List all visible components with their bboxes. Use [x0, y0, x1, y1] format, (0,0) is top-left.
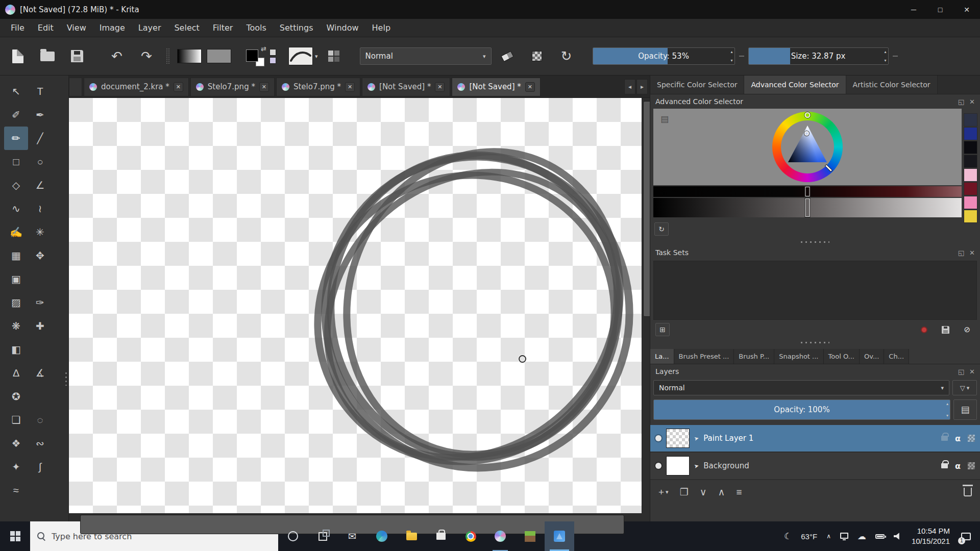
new-task-set-button[interactable]: ⊞ [655, 323, 670, 336]
scroll-tabs-right-button[interactable]: ▸ [636, 79, 648, 94]
float-docker-icon[interactable]: ◱ [958, 249, 964, 257]
clock[interactable]: 10:54 PM 10/15/2021 [906, 526, 955, 547]
volume-tray-icon[interactable] [889, 533, 906, 540]
assistants-tool[interactable]: ∆ [4, 361, 28, 385]
undo-button[interactable]: ↶ [103, 42, 131, 70]
preserve-alpha-button[interactable] [523, 42, 551, 70]
horizontal-scrollbar[interactable] [69, 513, 642, 521]
taskbar-app-edge[interactable] [367, 521, 397, 551]
color-component-slider-1[interactable] [653, 186, 962, 197]
polyline-tool[interactable]: ∠ [28, 173, 52, 197]
layer-alpha-lock-icon[interactable]: α [955, 461, 961, 471]
document-tab[interactable]: Stelo7.png * ✕ [190, 78, 275, 96]
color-component-slider-2[interactable] [653, 198, 962, 217]
gradient-tool[interactable]: ▨ [4, 291, 28, 314]
foreground-background-colors[interactable]: ⇄ [245, 45, 267, 67]
smart-patch-tool[interactable]: ✚ [28, 314, 52, 338]
color-history-swatch[interactable] [964, 141, 977, 154]
layer-blend-mode-select[interactable]: Normal ▾ [653, 380, 949, 395]
freehand-path-tool[interactable]: ≀ [28, 197, 52, 220]
reference-images-tool[interactable]: ✪ [4, 385, 28, 408]
document-tab[interactable]: [Not Saved] * ✕ [362, 78, 450, 96]
layer-lock-icon[interactable] [941, 463, 948, 468]
menu-item[interactable]: File [4, 19, 31, 37]
layer-properties-button[interactable]: ≡ [737, 487, 742, 498]
brush-size-slider[interactable]: Size: 32.87 px ▴▾ [748, 47, 889, 65]
layer-row-background[interactable]: ➤ Background α [650, 453, 980, 480]
shape-select-tool[interactable]: ↖ [4, 80, 28, 103]
brush-blending-mode-select[interactable]: Normal ▾ [360, 47, 492, 65]
taskbar-app-file-explorer[interactable] [397, 521, 426, 551]
brush-preset-chooser-button[interactable]: ▾ [288, 47, 318, 65]
polygonal-selection-tool[interactable]: ❖ [4, 432, 28, 455]
color-history-swatch[interactable] [964, 182, 977, 195]
docker-tab[interactable]: Tool O... [824, 349, 860, 364]
canvas-surface[interactable] [69, 98, 642, 513]
text-tool[interactable]: T [28, 80, 52, 103]
close-docker-icon[interactable]: ✕ [969, 368, 975, 375]
document-tab-overflow[interactable] [69, 78, 82, 96]
color-sampler-tool[interactable]: ✑ [28, 291, 52, 314]
save-task-set-button[interactable] [937, 326, 954, 334]
layer-lock-icon[interactable] [941, 436, 948, 441]
common-color-swatch[interactable] [270, 49, 276, 56]
reload-original-preset-button[interactable]: ↻ [553, 42, 580, 70]
record-task-set-button[interactable] [916, 327, 932, 333]
delete-layer-button[interactable] [964, 488, 972, 496]
close-tab-icon[interactable]: ✕ [345, 82, 355, 92]
layer-alpha-lock-icon[interactable]: α [955, 434, 961, 443]
layer-visibility-icon[interactable] [655, 463, 662, 469]
show-hidden-icons-button[interactable]: ∧ [822, 533, 836, 540]
color-history-swatch[interactable] [964, 113, 977, 127]
taskbar-app-store[interactable] [426, 521, 456, 551]
duplicate-layer-button[interactable]: ❐ [680, 486, 689, 498]
bezier-curve-tool[interactable]: ∿ [4, 197, 28, 220]
rectangle-tool[interactable]: □ [4, 150, 28, 173]
save-document-button[interactable] [63, 42, 91, 70]
menu-item[interactable]: Help [365, 19, 397, 37]
menu-item[interactable]: View [60, 19, 93, 37]
menu-item[interactable]: Settings [273, 19, 320, 37]
docker-splitter-handle[interactable] [650, 339, 980, 346]
docker-tab[interactable]: Brush P... [734, 349, 774, 364]
calligraphy-tool[interactable]: ✒ [28, 103, 52, 127]
docker-tab[interactable]: La... [650, 349, 674, 364]
update-color-history-button[interactable]: ↻ [654, 222, 669, 236]
gradient-chooser-button[interactable] [176, 42, 203, 70]
toolbar-collapse-handle[interactable] [739, 56, 744, 57]
delete-task-set-button[interactable]: ⊘ [959, 325, 975, 334]
open-document-button[interactable] [34, 42, 61, 70]
swap-colors-icon[interactable]: ⇄ [261, 45, 266, 53]
toolbar-collapse-handle[interactable] [893, 56, 898, 57]
document-tab[interactable]: [Not Saved] * ✕ [452, 78, 540, 96]
close-docker-icon[interactable]: ✕ [969, 98, 975, 106]
magnetic-selection-tool[interactable]: ≈ [4, 479, 28, 502]
menu-item[interactable]: Edit [31, 19, 60, 37]
docker-tab[interactable]: Brush Preset ... [674, 349, 734, 364]
float-docker-icon[interactable]: ◱ [958, 98, 964, 106]
color-history-swatch[interactable] [964, 168, 977, 182]
layer-list-options-button[interactable]: ▤ [953, 399, 977, 420]
minimize-button[interactable]: ─ [900, 0, 927, 19]
brush-opacity-slider[interactable]: Opacity: 53% ▴▾ [593, 47, 735, 65]
docker-tab[interactable]: Ch... [884, 349, 909, 364]
menu-item[interactable]: Tools [239, 19, 273, 37]
pattern-chooser-button[interactable] [205, 42, 233, 70]
close-tab-icon[interactable]: ✕ [525, 82, 535, 92]
move-layer-up-button[interactable]: ∧ [718, 486, 725, 498]
rectangular-selection-tool[interactable]: ❏ [4, 408, 28, 432]
selector-settings-icon[interactable]: ▤ [660, 114, 669, 124]
document-tab[interactable]: document_2.kra * ✕ [84, 78, 189, 96]
taskbar-app-task-view[interactable] [308, 521, 337, 551]
toolbar-grip[interactable] [166, 48, 169, 64]
bezier-selection-tool[interactable]: ∫ [28, 455, 52, 479]
eraser-mode-button[interactable] [494, 42, 521, 70]
hue-ring[interactable] [772, 112, 843, 182]
action-center-button[interactable]: 1 [955, 533, 980, 540]
advanced-color-selector-area[interactable]: ▤ [653, 109, 962, 185]
fill-tool[interactable]: ◧ [4, 338, 28, 361]
color-history-swatch[interactable] [964, 127, 977, 140]
move-layer-down-button[interactable]: ∨ [700, 486, 707, 498]
document-tab[interactable]: Stelo7.png * ✕ [276, 78, 360, 96]
measure-tool[interactable]: ∡ [28, 361, 52, 385]
